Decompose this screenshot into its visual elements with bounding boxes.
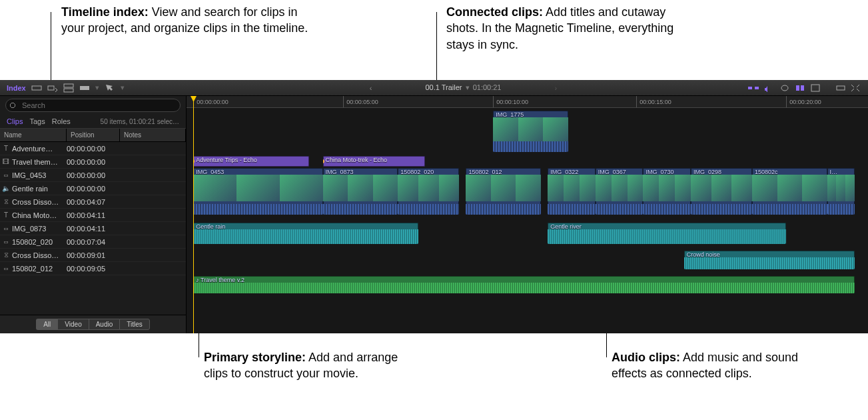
row-type-icon: ▭ [0, 225, 12, 232]
index-row[interactable]: 🎞Travel them…00:00:00:00 [0, 155, 186, 169]
row-position: 00:00:00:00 [67, 171, 120, 179]
primary-clip[interactable]: IMG_0298 [691, 168, 752, 215]
lane-audio2: Crowd noise [187, 251, 868, 269]
project-menu-caret[interactable]: ▾ [466, 83, 470, 91]
timeline-index-panel: Clips Tags Roles 50 items, 01:00:21 sele… [0, 96, 187, 333]
clip-label: Adventure Trips - Echo [196, 157, 257, 163]
filter-all[interactable]: All [36, 319, 57, 330]
nav-prev-icon[interactable]: ‹ [370, 84, 372, 92]
nav-next-icon[interactable]: › [554, 84, 557, 92]
tab-clips[interactable]: Clips [7, 117, 23, 125]
annotation-audio-clips: Audio clips: Add music and sound effects… [612, 349, 825, 382]
row-name: 150802_020 [12, 238, 67, 246]
index-rows: TAdventure…00:00:00:00🎞Travel them…00:00… [0, 142, 186, 315]
skimming-icon[interactable] [748, 84, 759, 92]
filter-video[interactable]: Video [57, 319, 88, 330]
ruler-tick: 00:00:10:00 [493, 96, 528, 107]
row-name: IMG_0873 [12, 225, 67, 233]
filter-titles[interactable]: Titles [119, 319, 150, 330]
row-type-icon: ▭ [0, 265, 12, 272]
search-input[interactable] [5, 99, 181, 112]
select-tool-icon[interactable] [105, 83, 115, 93]
primary-clip[interactable]: IMG_0367 [596, 168, 644, 215]
svg-rect-8 [801, 85, 804, 91]
snapping-icon[interactable] [795, 84, 805, 92]
index-row[interactable]: ▭150802_02000:00:07:04 [0, 235, 186, 249]
index-button[interactable]: Index [7, 84, 26, 92]
primary-clip[interactable]: 150802_012 [466, 168, 541, 215]
row-type-icon: T [0, 145, 12, 152]
ruler-tick: 00:00:15:00 [636, 96, 671, 107]
annotation-primary-storyline: Primary storyline: Add and arrange clips… [204, 349, 417, 382]
lane-primary: IMG_0453IMG_0873150802_020150802_012IMG_… [187, 168, 868, 215]
primary-clip[interactable]: IMG_0730 [643, 168, 691, 215]
index-row[interactable]: ⧖Cross Disso…00:00:09:01 [0, 249, 186, 262]
index-row[interactable]: ▭IMG_045300:00:00:00 [0, 169, 186, 182]
lane-connected_video: IMG_1775 [187, 111, 868, 152]
connect-icon[interactable] [63, 83, 74, 93]
full-screen-icon[interactable] [851, 84, 860, 92]
overwrite-icon[interactable] [79, 83, 90, 93]
svg-rect-6 [755, 87, 759, 89]
titles-clip[interactable]: China Moto-trek - Echo [323, 156, 425, 167]
annotation-timeline-index: Timeline index: View and search for clip… [61, 4, 314, 37]
titles-clip[interactable]: Adventure Trips - Echo [193, 156, 309, 167]
primary-clip[interactable]: IMG_0322 [548, 168, 596, 215]
zoom-fit-icon[interactable] [836, 84, 845, 92]
column-position[interactable]: Position [67, 129, 120, 141]
append-icon[interactable] [47, 83, 58, 93]
tab-tags[interactable]: Tags [29, 117, 45, 125]
svg-rect-5 [748, 87, 752, 89]
ruler-tick: 00:00:20:00 [786, 96, 821, 107]
tab-roles[interactable]: Roles [52, 117, 71, 125]
connected_video-clip[interactable]: IMG_1775 [493, 111, 568, 152]
svg-rect-7 [796, 85, 799, 91]
primary-clip[interactable]: IMG_0453 [193, 168, 322, 215]
music-clip[interactable]: ♪ Travel theme v.2 [193, 276, 854, 293]
row-position: 00:00:04:07 [67, 198, 120, 206]
project-title[interactable]: 00.1 Trailer [426, 83, 462, 91]
index-row[interactable]: ⧖Cross Disso…00:00:04:07 [0, 195, 186, 209]
index-row[interactable]: ▭IMG_087300:00:04:11 [0, 222, 186, 235]
row-name: Cross Disso… [12, 198, 67, 206]
primary-clip[interactable]: I… [827, 168, 855, 215]
timeline-area[interactable]: 00:00:00:0000:00:05:0000:00:10:0000:00:1… [187, 96, 868, 333]
row-position: 00:00:00:00 [67, 158, 120, 166]
lane-audio1: Gentle rainGentle river [187, 223, 868, 244]
index-row[interactable]: ▭150802_01200:00:09:05 [0, 262, 186, 275]
row-type-icon: ⧖ [0, 251, 12, 259]
audio1-clip[interactable]: Gentle river [548, 223, 786, 244]
lane-music: ♪ Travel theme v.2 [187, 276, 868, 293]
svg-rect-10 [837, 86, 845, 90]
primary-clip[interactable]: IMG_0873 [323, 168, 398, 215]
primary-clip[interactable]: 150802c [752, 168, 827, 215]
audio1-clip[interactable]: Gentle rain [193, 223, 418, 244]
index-row[interactable]: TChina Moto…00:00:04:11 [0, 209, 186, 222]
index-row[interactable]: 🔈Gentle rain00:00:00:00 [0, 182, 186, 195]
column-name[interactable]: Name [0, 129, 67, 141]
primary-clip[interactable]: 150802_020 [398, 168, 459, 215]
filter-audio[interactable]: Audio [89, 319, 120, 330]
column-notes[interactable]: Notes [120, 129, 186, 141]
audio-skimming-icon[interactable] [764, 84, 775, 92]
playhead[interactable] [193, 96, 194, 333]
timeline-toolbar: Index ▾ ▾ ‹ 00.1 Trailer ▾ 01:00:21 › [0, 80, 868, 96]
row-name: IMG_0453 [12, 171, 67, 179]
row-position: 00:00:09:01 [67, 251, 120, 259]
row-name: Gentle rain [12, 185, 67, 193]
svg-rect-3 [64, 89, 73, 92]
time-ruler[interactable]: 00:00:00:0000:00:05:0000:00:10:0000:00:1… [187, 96, 868, 108]
row-type-icon: 🔈 [0, 185, 12, 192]
audio2-clip[interactable]: Crowd noise [684, 251, 855, 269]
callout-line [51, 12, 51, 89]
svg-rect-9 [811, 85, 819, 91]
row-name: 150802_012 [12, 265, 67, 273]
index-row[interactable]: TAdventure…00:00:00:00 [0, 142, 186, 155]
svg-rect-0 [32, 86, 41, 90]
row-position: 00:00:00:00 [67, 145, 120, 153]
clip-appearance-icon[interactable] [811, 84, 820, 92]
row-type-icon: ▭ [0, 171, 12, 179]
insert-icon[interactable] [31, 83, 42, 93]
solo-icon[interactable] [780, 84, 789, 92]
row-name: China Moto… [12, 211, 67, 219]
